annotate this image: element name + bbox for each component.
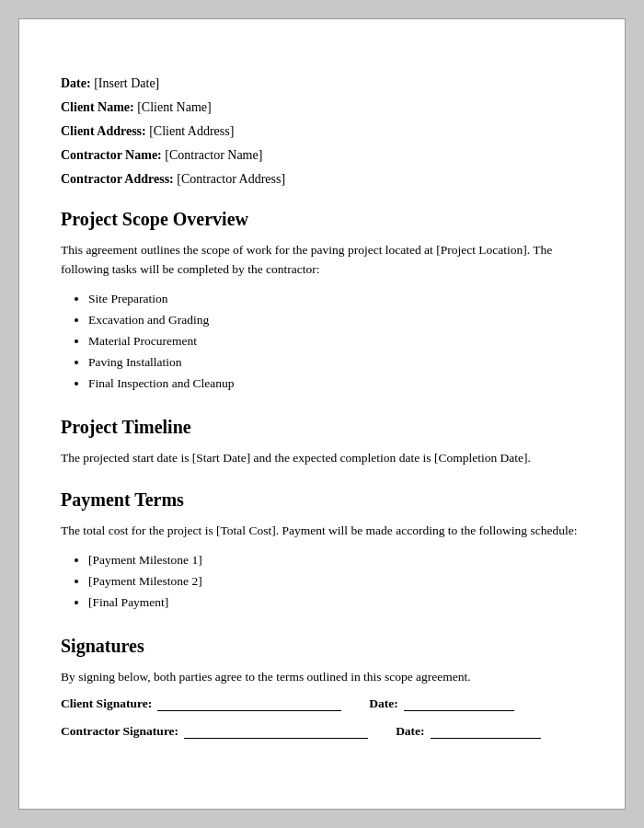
list-item: Excavation and Grading (88, 310, 583, 331)
field-line: Client Name: [Client Name] (61, 100, 583, 115)
list-project-scope: Site PreparationExcavation and GradingMa… (88, 289, 583, 395)
field-line: Contractor Name: [Contractor Name] (61, 148, 583, 163)
heading-project-timeline: Project Timeline (61, 417, 583, 438)
date-label: Date: (396, 724, 424, 739)
signature-row: Contractor Signature:Date: (61, 724, 583, 739)
list-item: Final Inspection and Cleanup (88, 374, 583, 395)
field-line: Contractor Address: [Contractor Address] (61, 172, 583, 187)
heading-signatures: Signatures (61, 636, 583, 657)
date-label: Date: (369, 696, 397, 711)
field-line: Date: [Insert Date] (61, 76, 583, 91)
date-line (431, 724, 541, 739)
text-project-scope: This agreement outlines the scope of wor… (61, 241, 583, 280)
list-payment-terms: [Payment Milestone 1][Payment Milestone … (88, 550, 583, 614)
list-item: Paving Installation (88, 352, 583, 374)
text-signatures: By signing below, both parties agree to … (61, 668, 583, 687)
text-project-timeline: The projected start date is [Start Date]… (61, 449, 583, 468)
signature-label: Client Signature: (61, 696, 152, 711)
list-item: [Payment Milestone 2] (88, 571, 583, 592)
text-payment-terms: The total cost for the project is [Total… (61, 522, 583, 541)
list-item: Material Procurement (88, 331, 583, 352)
field-line: Client Address: [Client Address] (61, 124, 583, 139)
list-item: [Payment Milestone 1] (88, 550, 583, 571)
list-item: [Final Payment] (88, 592, 583, 614)
signature-line (184, 724, 368, 739)
signature-row: Client Signature:Date: (61, 696, 583, 711)
sections-container: Project Scope OverviewThis agreement out… (61, 209, 583, 687)
signature-line (157, 696, 341, 711)
list-item: Site Preparation (88, 289, 583, 310)
fields-section: Date: [Insert Date]Client Name: [Client … (61, 76, 583, 187)
date-line (404, 696, 514, 711)
signature-label: Contractor Signature: (61, 724, 178, 739)
heading-project-scope: Project Scope Overview (61, 209, 583, 230)
heading-payment-terms: Payment Terms (61, 489, 583, 511)
document: Date: [Insert Date]Client Name: [Client … (18, 18, 626, 810)
signature-section: Client Signature:Date:Contractor Signatu… (61, 696, 583, 739)
